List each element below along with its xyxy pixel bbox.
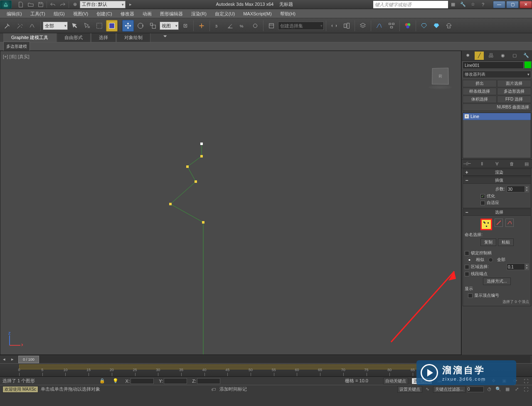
adaptive-checkbox[interactable] bbox=[480, 201, 485, 205]
pin-stack-icon[interactable]: ⊣⊢ bbox=[463, 160, 471, 167]
utilities-tab-icon[interactable]: 🔧 bbox=[522, 52, 531, 60]
edit-named-sel-icon[interactable] bbox=[266, 20, 277, 32]
steps-input[interactable] bbox=[507, 186, 525, 192]
maximize-button[interactable]: ▢ bbox=[506, 1, 519, 8]
render-setup-icon[interactable] bbox=[418, 20, 430, 32]
select-by-button[interactable]: 选择方式... bbox=[483, 278, 510, 285]
unlink-icon[interactable] bbox=[14, 20, 26, 32]
stack-expand-icon[interactable]: + bbox=[465, 114, 469, 118]
coord-y-input[interactable] bbox=[164, 378, 187, 384]
material-editor-icon[interactable] bbox=[402, 20, 414, 32]
optimize-checkbox[interactable]: ✓ bbox=[480, 194, 485, 199]
viewcube-base[interactable] bbox=[429, 85, 452, 89]
curve-editor-icon[interactable] bbox=[373, 20, 385, 32]
layers-icon[interactable] bbox=[357, 20, 369, 32]
steps-spinner[interactable]: ▲▼ bbox=[525, 186, 529, 192]
link-icon[interactable]: ⊕ bbox=[70, 0, 80, 9]
mod-volsel-button[interactable]: 体积选择 bbox=[463, 96, 497, 103]
angle-snap-icon[interactable] bbox=[224, 20, 236, 32]
isolate-icon[interactable]: 💡 bbox=[111, 377, 121, 385]
star-icon[interactable]: ☆ bbox=[468, 0, 478, 9]
manipulate-icon[interactable] bbox=[196, 20, 207, 32]
menu-customize[interactable]: 自定义(U) bbox=[211, 9, 239, 18]
fov-icon[interactable]: ▦ bbox=[504, 386, 511, 393]
make-unique-icon[interactable]: ∀ bbox=[493, 160, 501, 167]
named-sel-combo[interactable]: 创建选择集 bbox=[278, 22, 324, 30]
create-tab-icon[interactable]: ✹ bbox=[463, 52, 472, 60]
undo-icon[interactable] bbox=[48, 0, 58, 9]
show-result-icon[interactable]: Ⅱ bbox=[478, 160, 486, 167]
menu-tools[interactable]: 工具(T) bbox=[26, 9, 49, 18]
lock-handles-checkbox[interactable] bbox=[465, 251, 469, 256]
menu-grapheditors[interactable]: 图形编辑器 bbox=[156, 9, 187, 18]
object-color-swatch[interactable] bbox=[525, 62, 531, 68]
coord-x-input[interactable] bbox=[131, 378, 154, 384]
modify-tab-icon[interactable]: ╱ bbox=[475, 52, 484, 60]
save-icon[interactable] bbox=[36, 0, 46, 9]
menu-edit[interactable]: 编辑(E) bbox=[2, 9, 26, 18]
segend-checkbox[interactable] bbox=[465, 272, 469, 276]
snap-toggle-icon[interactable]: 3 bbox=[212, 20, 224, 32]
mod-nurbs-button[interactable]: NURBS 曲面选择 bbox=[463, 103, 531, 111]
setkey-button[interactable]: 设置关键点 bbox=[397, 386, 422, 393]
all-radio[interactable] bbox=[488, 258, 493, 262]
key-mode-icon[interactable]: ∿ bbox=[424, 386, 431, 393]
similar-radio[interactable] bbox=[467, 258, 472, 262]
ref-coord-combo[interactable]: 视图 bbox=[160, 22, 179, 30]
viewcube[interactable]: 前 bbox=[432, 68, 449, 85]
redo-icon[interactable] bbox=[58, 0, 68, 9]
key-filters-button[interactable]: 关键点过滤器... bbox=[433, 386, 466, 393]
minimize-button[interactable]: — bbox=[493, 1, 505, 8]
show-vertnum-checkbox[interactable] bbox=[468, 293, 473, 298]
stack-line-item[interactable]: + Line bbox=[463, 113, 531, 120]
subobj-spline-button[interactable] bbox=[505, 219, 514, 227]
add-time-tag[interactable]: 添加时间标记 bbox=[219, 386, 247, 392]
mod-splinesel-button[interactable]: 样条线选择 bbox=[463, 88, 497, 95]
rollout-interp-head[interactable]: −插值 bbox=[463, 177, 531, 184]
rollout-selection-head[interactable]: −选择 bbox=[463, 209, 531, 216]
menu-create[interactable]: 创建(C) bbox=[92, 9, 116, 18]
workspace-combo[interactable]: 工作台: 默认 bbox=[80, 1, 126, 8]
selection-filter-combo[interactable]: 全部 bbox=[43, 22, 68, 30]
autokey-button[interactable]: 自动关键点 bbox=[383, 378, 408, 384]
remove-mod-icon[interactable]: 🗑 bbox=[508, 160, 515, 167]
hierarchy-tab-icon[interactable]: 品 bbox=[486, 52, 495, 60]
menu-maxscript[interactable]: MAXScript(M) bbox=[239, 9, 276, 18]
current-frame-input[interactable] bbox=[467, 386, 484, 392]
rollout-render-head[interactable]: +渲染 bbox=[463, 169, 531, 176]
select-link-icon[interactable] bbox=[2, 20, 13, 32]
search-input[interactable]: 键入关键字或短语 bbox=[373, 1, 448, 8]
time-tag-icon[interactable]: 🏷 bbox=[209, 386, 217, 393]
motion-tab-icon[interactable]: ◉ bbox=[498, 52, 507, 60]
help-icon[interactable]: ? bbox=[478, 0, 488, 9]
menu-rendering[interactable]: 渲染(R) bbox=[187, 9, 211, 18]
workspace-arrow-icon[interactable]: ▸ bbox=[126, 0, 135, 9]
mod-patchsel-button[interactable]: 面片选择 bbox=[497, 80, 531, 87]
tab-graphite[interactable]: Graphite 建模工具 bbox=[3, 33, 56, 42]
bind-icon[interactable] bbox=[27, 20, 38, 32]
display-tab-icon[interactable]: ▢ bbox=[510, 52, 519, 60]
area-value-input[interactable] bbox=[507, 263, 525, 270]
poly-modeling-button[interactable]: 多边形建模 bbox=[3, 42, 30, 52]
area-select-checkbox[interactable] bbox=[465, 265, 469, 269]
time-slider-handle[interactable]: 0 / 100 bbox=[18, 356, 39, 363]
viewport[interactable]: [+] [前] [真实] 前 z x bbox=[0, 51, 461, 355]
schematic-view-icon[interactable] bbox=[386, 20, 397, 32]
new-icon[interactable] bbox=[16, 0, 26, 9]
walk-icon[interactable]: ⤢ bbox=[513, 386, 520, 393]
modifier-stack[interactable]: + Line bbox=[463, 113, 531, 158]
lock-icon[interactable]: 🔒 bbox=[97, 377, 107, 385]
copy-button[interactable]: 复制 bbox=[480, 239, 496, 246]
tab-freeform[interactable]: 自由形式 bbox=[57, 33, 91, 42]
select-name-icon[interactable] bbox=[81, 20, 93, 32]
object-name-input[interactable] bbox=[463, 62, 524, 69]
render-frame-icon[interactable] bbox=[431, 20, 442, 32]
align-icon[interactable] bbox=[341, 20, 352, 32]
select-object-icon[interactable] bbox=[69, 20, 80, 32]
coord-z-input[interactable] bbox=[197, 378, 220, 384]
max-toggle-icon[interactable]: ⛶ bbox=[522, 386, 530, 393]
wrench-icon[interactable]: 🔧 bbox=[458, 0, 468, 9]
ribbon-collapse-icon[interactable]: ⏷ bbox=[159, 30, 171, 42]
select-move-icon[interactable] bbox=[122, 20, 134, 32]
mod-extrude-button[interactable]: 挤出 bbox=[463, 80, 497, 87]
